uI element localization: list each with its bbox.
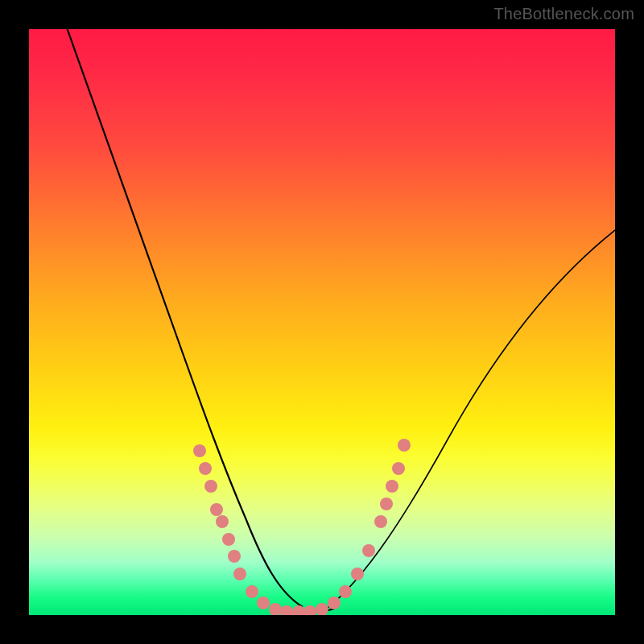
svg-point-21 [386, 480, 398, 493]
svg-point-8 [246, 585, 258, 598]
svg-point-10 [269, 603, 282, 615]
svg-point-19 [374, 515, 387, 528]
svg-point-13 [303, 605, 316, 615]
svg-point-20 [380, 497, 393, 510]
svg-point-18 [362, 544, 375, 557]
chart-frame: TheBottleneck.com [0, 0, 644, 644]
svg-point-1 [199, 462, 212, 475]
left-curve [64, 29, 303, 607]
plot-area [29, 29, 615, 615]
chart-svg [29, 29, 615, 615]
svg-point-22 [392, 462, 405, 475]
svg-point-7 [233, 568, 246, 580]
svg-point-3 [210, 503, 223, 516]
svg-point-16 [339, 585, 352, 598]
svg-point-15 [328, 597, 341, 609]
svg-point-14 [316, 603, 328, 615]
svg-point-2 [204, 480, 217, 493]
svg-point-6 [228, 550, 241, 563]
svg-point-9 [257, 597, 270, 609]
svg-point-17 [351, 568, 364, 580]
svg-point-0 [193, 444, 206, 457]
svg-point-11 [280, 605, 293, 615]
svg-point-12 [292, 605, 305, 615]
svg-point-23 [398, 439, 411, 452]
watermark-text: TheBottleneck.com [493, 5, 634, 23]
dot-cluster [193, 439, 411, 615]
svg-point-4 [216, 515, 229, 528]
svg-point-5 [222, 533, 235, 546]
